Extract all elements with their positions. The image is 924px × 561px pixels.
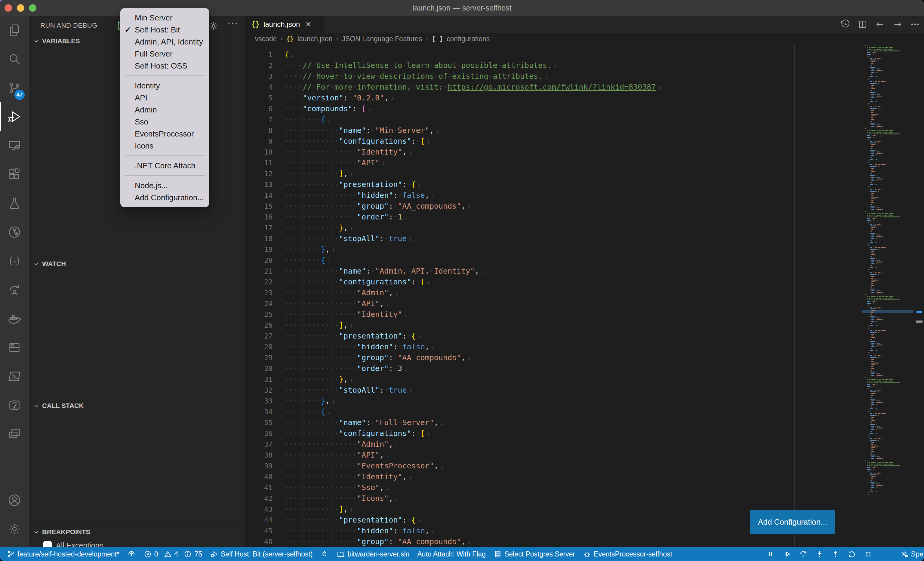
breadcrumb-launch-json[interactable]: launch.json	[297, 35, 332, 43]
code-line-11[interactable]: 11················"API"↓	[246, 157, 864, 168]
source-control-icon[interactable]: 47	[0, 73, 29, 102]
window-layouts-icon[interactable]	[0, 420, 29, 449]
line-number[interactable]: 19	[246, 244, 273, 255]
dev-container-icon[interactable]	[0, 333, 29, 362]
line-number[interactable]: 28	[246, 341, 273, 352]
menu-item-node-js[interactable]: Node.js...	[120, 180, 209, 191]
code-line-6[interactable]: 6····"compounds":·[↓	[246, 103, 864, 114]
code-line-12[interactable]: 12············],↓	[246, 168, 864, 179]
menu-item-eventsprocessor[interactable]: EventsProcessor	[120, 128, 209, 140]
line-number[interactable]: 45	[246, 525, 273, 536]
line-number[interactable]: 2	[246, 60, 273, 71]
line-number[interactable]: 4	[246, 82, 273, 93]
line-number[interactable]: 9	[246, 136, 273, 147]
line-number[interactable]: 35	[246, 417, 273, 428]
code-line-37[interactable]: 37················"Admin",↓	[246, 439, 864, 450]
code-line-35[interactable]: 35············"name":·"Full·Server",↓	[246, 417, 864, 428]
line-number[interactable]: 30	[246, 363, 273, 374]
line-number[interactable]: 18	[246, 233, 273, 244]
code-line-23[interactable]: 23················"Admin",↓	[246, 287, 864, 298]
line-number[interactable]: 23	[246, 287, 273, 298]
timeline-icon[interactable]	[840, 19, 850, 29]
line-number[interactable]: 10	[246, 147, 273, 157]
debug-step-out-button[interactable]	[831, 550, 840, 558]
navigate-back-icon[interactable]	[875, 19, 885, 29]
extensions-icon[interactable]	[0, 160, 29, 189]
debug-settings-gear-icon[interactable]	[208, 21, 219, 33]
debug-continue-button[interactable]	[783, 550, 791, 558]
debug-restart-button[interactable]	[848, 550, 856, 558]
code-line-26[interactable]: 26············],↓	[246, 320, 864, 331]
line-number[interactable]: 12	[246, 168, 273, 179]
code-line-15[interactable]: 15················"group":·"AA_compounds…	[246, 201, 864, 212]
code-line-21[interactable]: 21············"name":·"Admin,·API,·Ident…	[246, 266, 864, 277]
code-line-20[interactable]: 20········{↓	[246, 255, 864, 266]
gitlens-icon[interactable]	[0, 218, 29, 247]
github-copilot-icon[interactable]	[0, 247, 29, 275]
status-item-4[interactable]: 4	[164, 550, 178, 558]
code-line-33[interactable]: 33········},↓	[246, 396, 864, 407]
menu-item-admin[interactable]: Admin	[120, 104, 209, 116]
line-number[interactable]: 22	[246, 277, 273, 287]
code-line-28[interactable]: 28················"hidden":·false,↓	[246, 341, 864, 352]
section-breakpoints[interactable]: BREAKPOINTS	[29, 526, 245, 537]
line-number[interactable]: 15	[246, 201, 273, 212]
split-editor-icon[interactable]	[858, 19, 867, 29]
status-item-select-postgres-server[interactable]: Select Postgres Server	[494, 550, 575, 558]
status-item-flame[interactable]	[320, 550, 329, 558]
code-line-30[interactable]: 30················"order":·3↓	[246, 363, 864, 374]
code-line-17[interactable]: 17············},↓	[246, 223, 864, 233]
status-item-publish[interactable]	[127, 550, 136, 558]
menu-item-identity[interactable]: Identity	[120, 80, 209, 92]
code-line-40[interactable]: 40················"Identity",↓	[246, 471, 864, 482]
line-number[interactable]: 14	[246, 190, 273, 201]
menu-item-net-core-attach[interactable]: .NET Core Attach	[120, 160, 209, 172]
status-item-spell[interactable]: Spell	[900, 550, 924, 558]
line-number[interactable]: 16	[246, 212, 273, 223]
line-number[interactable]: 38	[246, 450, 273, 461]
status-item-auto-attach-with-flag[interactable]: Auto Attach: With Flag	[417, 550, 486, 558]
code-line-10[interactable]: 10················"Identity",↓	[246, 147, 864, 157]
remote-explorer-icon[interactable]	[0, 131, 29, 160]
search-icon[interactable]	[0, 45, 29, 73]
overview-ruler-slider[interactable]	[916, 320, 922, 323]
line-number[interactable]: 25	[246, 309, 273, 320]
line-number[interactable]: 41	[246, 482, 273, 493]
tab-launch-json[interactable]: {} launch.json ✕	[246, 16, 324, 33]
code-editor[interactable]: 1{↓2····//·Use·IntelliSense·to·learn·abo…	[246, 45, 864, 547]
menu-item-self-host-oss[interactable]: Self Host: OSS	[120, 60, 209, 72]
line-number[interactable]: 32	[246, 385, 273, 396]
menu-item-min-server[interactable]: Min Server	[120, 12, 209, 24]
status-item-75[interactable]: 75	[183, 550, 202, 558]
code-line-16[interactable]: 16················"order":·1↓	[246, 212, 864, 223]
run-and-debug-icon[interactable]	[0, 102, 29, 131]
menu-item-api[interactable]: API	[120, 92, 209, 104]
status-item-0[interactable]: 0	[144, 550, 158, 558]
debug-step-into-button[interactable]	[815, 550, 824, 558]
code-line-22[interactable]: 22············"configurations":·[↓	[246, 277, 864, 287]
line-number[interactable]: 43	[246, 504, 273, 515]
code-line-4[interactable]: 4····//·For·more·information,·visit:·htt…	[246, 82, 864, 93]
menu-item-add-configuration[interactable]: Add Configuration...	[120, 191, 209, 203]
debug-pause-button[interactable]	[766, 550, 775, 558]
accounts-icon[interactable]	[0, 486, 29, 515]
line-number[interactable]: 40	[246, 471, 273, 482]
code-line-2[interactable]: 2····//·Use·IntelliSense·to·learn·about·…	[246, 60, 864, 71]
code-line-41[interactable]: 41················"Sso",↓	[246, 482, 864, 493]
line-number[interactable]: 5	[246, 93, 273, 103]
postgresql-icon[interactable]	[0, 391, 29, 420]
close-tab-icon[interactable]: ✕	[305, 20, 311, 28]
powershell-icon[interactable]	[0, 362, 29, 391]
status-item-self-host-bit-server-selfhost[interactable]: Self Host: Bit (server-selfhost)	[210, 550, 312, 558]
section-watch[interactable]: WATCH	[29, 258, 245, 269]
line-number[interactable]: 26	[246, 320, 273, 331]
menu-item-admin-api-identity[interactable]: Admin, API, Identity	[120, 36, 209, 48]
code-line-38[interactable]: 38················"API",↓	[246, 450, 864, 461]
menu-item-icons[interactable]: Icons	[120, 140, 209, 152]
more-actions-icon[interactable]: ···	[227, 18, 238, 28]
line-number[interactable]: 33	[246, 396, 273, 407]
line-number[interactable]: 21	[246, 266, 273, 277]
status-item-eventsprocessor-selfhost[interactable]: EventsProcessor-selfhost	[583, 550, 672, 558]
menu-item-sso[interactable]: Sso	[120, 116, 209, 128]
line-number[interactable]: 11	[246, 157, 273, 168]
